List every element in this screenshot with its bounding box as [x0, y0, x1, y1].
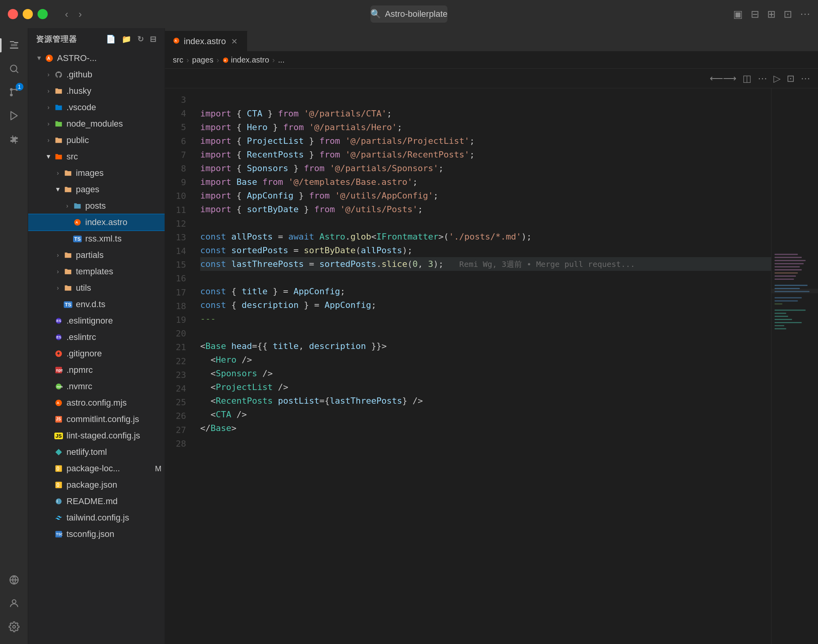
svg-rect-0 [11, 44, 17, 45]
tree-item-index-astro[interactable]: › A index.astro [28, 214, 165, 231]
breadcrumb-file[interactable]: A index.astro [222, 55, 269, 64]
code-line-9: import Base from '@/templates/Base.astro… [200, 175, 771, 189]
package-lock-icon: {} [53, 463, 64, 474]
code-line-12 [200, 216, 771, 230]
node-modules-folder-icon [53, 118, 64, 129]
split-icon[interactable]: ⊞ [767, 8, 776, 20]
utils-label: utils [76, 283, 161, 293]
main-layout: 1 [0, 28, 818, 644]
tab-close-button[interactable]: ✕ [230, 37, 239, 46]
tree-item-package-lock[interactable]: › {} package-loc... M [28, 460, 165, 477]
titlebar-right: ▣ ⊟ ⊞ ⊡ ⋯ [733, 8, 810, 20]
run-icon [9, 110, 20, 121]
tree-item-rss[interactable]: › TS rss.xml.ts [28, 231, 165, 247]
sidebar-item-run[interactable] [3, 105, 25, 127]
tree-root[interactable]: ▼ A ASTRO-... [28, 50, 165, 66]
view-split-icon[interactable]: ⊡ [787, 73, 795, 84]
sidebar-toggle-icon[interactable]: ▣ [733, 8, 743, 20]
tree-item-lint-staged[interactable]: › JS lint-staged.config.js [28, 428, 165, 444]
tree-item-readme[interactable]: › i README.md [28, 493, 165, 510]
panel-icon[interactable]: ⊡ [784, 8, 792, 20]
svg-marker-26 [56, 449, 62, 456]
search-bar[interactable]: 🔍 Astro-boilerplate [370, 5, 447, 23]
nvmrc-label: .nvmrc [66, 381, 161, 392]
code-line-18: const { description } = AppConfig ; [200, 298, 771, 312]
code-line-14: const sortedPosts = sortByDate ( allPost… [200, 243, 771, 257]
tree-item-env[interactable]: › TS env.d.ts [28, 296, 165, 313]
sidebar-item-settings[interactable] [3, 616, 25, 638]
tree-item-images[interactable]: › images [28, 165, 165, 181]
breadcrumb-pages[interactable]: pages [192, 55, 213, 64]
sidebar-item-source-control[interactable]: 1 [3, 81, 25, 103]
split-editor-icon[interactable]: ◫ [743, 73, 752, 84]
tree-item-husky[interactable]: › .husky [28, 83, 165, 99]
tree-item-commitlint[interactable]: › JS commitlint.config.js [28, 411, 165, 428]
tree-item-package-json[interactable]: › {} package.json [28, 477, 165, 493]
tree-item-public[interactable]: › public [28, 132, 165, 148]
close-button[interactable] [8, 9, 18, 19]
tab-icon: A [173, 36, 180, 47]
collapse-icon[interactable]: ⊟ [150, 34, 157, 44]
tree-item-src[interactable]: ▼ src [28, 148, 165, 165]
breadcrumb-ellipsis[interactable]: ... [278, 55, 285, 64]
svg-rect-60 [775, 328, 786, 329]
tab-label: index.astro [184, 36, 226, 47]
sidebar-item-search[interactable] [3, 58, 25, 80]
back-arrow[interactable]: ‹ [62, 7, 72, 22]
overflow-icon[interactable]: ⋯ [801, 73, 810, 84]
code-content[interactable]: import { CTA } from '@/partials/CTA' ; i… [192, 88, 771, 644]
sidebar-item-explorer[interactable] [3, 34, 25, 56]
more-icon[interactable]: ⋯ [800, 8, 810, 20]
images-arrow: › [53, 168, 63, 178]
run-file-icon[interactable]: ▷ [773, 73, 780, 84]
breadcrumb: src › pages › A index.astro › ... [165, 52, 818, 69]
tree-item-astro-config[interactable]: › A astro.config.mjs [28, 395, 165, 411]
code-line-16 [200, 271, 771, 284]
eslintignore-label: .eslintignore [66, 316, 161, 326]
tree-item-eslintrc[interactable]: › ES .eslintrc [28, 329, 165, 345]
vscode-label: .vscode [66, 102, 161, 113]
tree-item-npmrc[interactable]: › npm .npmrc [28, 362, 165, 378]
maximize-button[interactable] [38, 9, 48, 19]
tab-index-astro[interactable]: A index.astro ✕ [165, 31, 248, 51]
tree-item-partials[interactable]: › partials [28, 247, 165, 263]
nav-arrows: ‹ › [62, 7, 85, 22]
partials-folder-icon [63, 250, 74, 261]
tree-item-utils[interactable]: › utils [28, 280, 165, 296]
tree-item-vscode[interactable]: › .vscode [28, 99, 165, 116]
more-actions-icon[interactable]: ⋯ [758, 73, 767, 84]
sidebar-item-remote[interactable] [3, 569, 25, 591]
tree-item-posts[interactable]: › posts [28, 198, 165, 214]
refresh-icon[interactable]: ↻ [137, 34, 144, 44]
tree-item-github[interactable]: › .github [28, 66, 165, 83]
tree-item-nvmrc[interactable]: › nvm .nvmrc [28, 378, 165, 395]
gitignore-icon [53, 348, 64, 359]
code-line-27: </ Base > [200, 421, 771, 435]
svg-text:A: A [175, 39, 177, 43]
tree-item-gitignore[interactable]: › .gitignore [28, 345, 165, 362]
tree-item-pages[interactable]: ▼ pages [28, 181, 165, 198]
tree-item-tsconfig[interactable]: › TSC tsconfig.json [28, 526, 165, 542]
tree-item-netlify[interactable]: › netlify.toml [28, 444, 165, 460]
line-numbers: 3 4 5 6 7 8 9 10 11 12 13 14 15 16 17 18… [165, 88, 192, 644]
forward-arrow[interactable]: › [75, 7, 85, 22]
commitlint-label: commitlint.config.js [66, 414, 161, 424]
sidebar-item-accounts[interactable] [3, 592, 25, 614]
new-folder-icon[interactable]: 📁 [122, 34, 132, 44]
goto-definition-icon[interactable]: ⟵⟶ [710, 73, 736, 84]
breadcrumb-src[interactable]: src [173, 55, 183, 64]
netlify-icon [53, 447, 64, 458]
package-lock-badge: M [155, 464, 161, 473]
tree-item-templates[interactable]: › templates [28, 263, 165, 280]
gitignore-label: .gitignore [66, 349, 161, 359]
tree-item-tailwind[interactable]: › tailwind.config.js [28, 510, 165, 526]
svg-rect-40 [775, 257, 802, 258]
new-file-icon[interactable]: 📄 [106, 34, 116, 44]
sidebar-item-extensions[interactable] [3, 128, 25, 150]
layout-icon[interactable]: ⊟ [751, 8, 759, 20]
minimize-button[interactable] [23, 9, 33, 19]
accounts-icon [9, 598, 20, 609]
tree-item-node-modules[interactable]: › node_modules [28, 116, 165, 132]
node-modules-label: node_modules [66, 119, 161, 129]
tree-item-eslintignore[interactable]: › ES .eslintignore [28, 313, 165, 329]
